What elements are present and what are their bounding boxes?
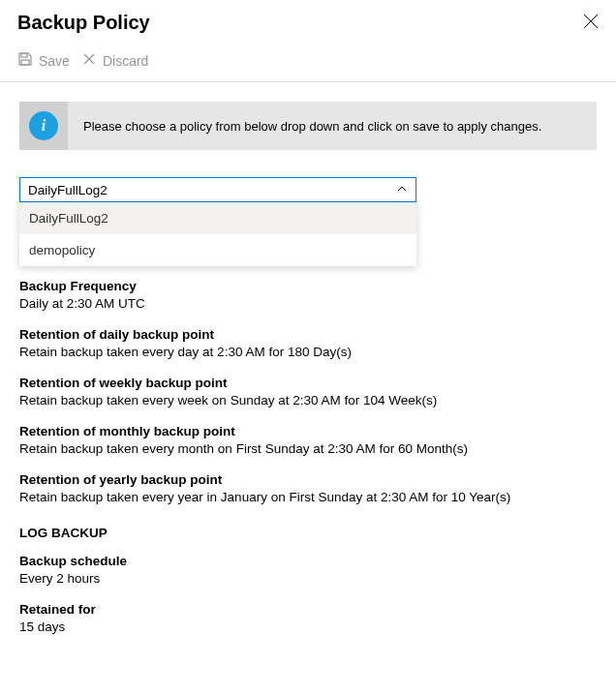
weekly-retention-label: Retention of weekly backup point [19, 376, 597, 390]
save-label: Save [39, 53, 70, 69]
yearly-retention-label: Retention of yearly backup point [19, 472, 597, 487]
policy-dropdown-value: DailyFullLog2 [28, 183, 108, 197]
info-icon: i [29, 111, 58, 140]
policy-dropdown[interactable]: DailyFullLog2 [19, 177, 416, 202]
backup-schedule-group: Backup schedule Every 2 hours [19, 554, 597, 589]
daily-retention-value: Retain backup taken every day at 2:30 AM… [19, 344, 597, 362]
backup-frequency-label: Backup Frequency [19, 279, 597, 293]
close-icon [583, 16, 599, 32]
svg-rect-3 [21, 60, 29, 65]
panel-header: Backup Policy [0, 0, 616, 40]
weekly-retention-group: Retention of weekly backup point Retain … [19, 376, 597, 410]
page-title: Backup Policy [17, 12, 150, 34]
discard-button[interactable]: Discard [81, 51, 148, 70]
yearly-retention-group: Retention of yearly backup point Retain … [19, 472, 597, 507]
discard-icon [81, 51, 97, 70]
policy-dropdown-menu: DailyFullLog2 demopolicy [19, 202, 416, 266]
yearly-retention-value: Retain backup taken every year in Januar… [19, 489, 597, 507]
daily-retention-label: Retention of daily backup point [19, 327, 597, 342]
daily-retention-group: Retention of daily backup point Retain b… [19, 327, 597, 362]
backup-frequency-value: Daily at 2:30 AM UTC [19, 295, 597, 314]
discard-label: Discard [103, 53, 148, 69]
policy-dropdown-wrapper: DailyFullLog2 DailyFullLog2 demopolicy [19, 177, 416, 202]
retained-for-label: Retained for [19, 602, 597, 617]
save-icon [17, 51, 33, 70]
policy-option-demopolicy[interactable]: demopolicy [19, 234, 416, 266]
monthly-retention-group: Retention of monthly backup point Retain… [19, 424, 597, 459]
weekly-retention-value: Retain backup taken every week on Sunday… [19, 392, 597, 410]
backup-schedule-value: Every 2 hours [19, 570, 597, 589]
monthly-retention-value: Retain backup taken every month on First… [19, 440, 597, 459]
toolbar: Save Discard [0, 44, 616, 77]
retained-for-value: 15 days [19, 619, 597, 637]
monthly-retention-label: Retention of monthly backup point [19, 424, 597, 438]
policy-option-dailyfulllog2[interactable]: DailyFullLog2 [19, 202, 416, 234]
svg-rect-2 [21, 53, 27, 57]
backup-frequency-group: Backup Frequency Daily at 2:30 AM UTC [19, 279, 597, 314]
close-button[interactable] [581, 12, 601, 34]
info-banner: i Please choose a policy from below drop… [19, 102, 597, 150]
backup-schedule-label: Backup schedule [19, 554, 597, 568]
content: i Please choose a policy from below drop… [0, 82, 616, 670]
info-text: Please choose a policy from below drop d… [68, 119, 557, 134]
info-icon-box: i [19, 102, 68, 150]
log-backup-heading: LOG BACKUP [19, 526, 597, 540]
chevron-up-icon [396, 182, 408, 197]
save-button[interactable]: Save [17, 51, 70, 70]
retained-for-group: Retained for 15 days [19, 602, 597, 637]
